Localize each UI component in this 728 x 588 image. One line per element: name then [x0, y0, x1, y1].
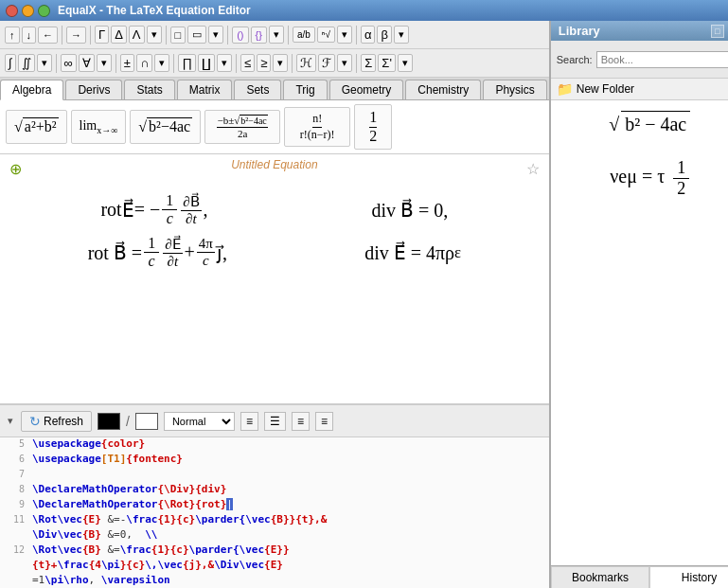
code-line-8: 8 \DeclareMathOperator{\Div}{div}: [0, 483, 549, 498]
library-restore-btn[interactable]: □: [711, 25, 724, 38]
color-swatch-white[interactable]: [135, 413, 158, 430]
toolbar-frac-btn[interactable]: a/b: [293, 27, 315, 43]
toolbar-cap-btn[interactable]: ∩: [136, 54, 152, 72]
toolbar-dd-5[interactable]: ▾: [394, 26, 409, 44]
toolbar-dd-7[interactable]: ▾: [97, 54, 112, 72]
toolbar-inf-btn[interactable]: ∞: [61, 54, 77, 72]
toolbar-up-btn[interactable]: ↑: [5, 27, 20, 44]
tab-algebra[interactable]: Algebra: [0, 80, 63, 100]
toolbar-sumprime-btn[interactable]: Σ': [378, 54, 396, 72]
align-center-btn[interactable]: ☰: [264, 412, 286, 431]
search-input[interactable]: [596, 51, 728, 68]
toolbar-down-btn[interactable]: ↓: [22, 27, 37, 44]
toolbar-left-btn[interactable]: ←: [38, 27, 58, 44]
sep9: [173, 54, 174, 73]
tab-stats[interactable]: Stats: [124, 80, 174, 99]
toolbar-alpha-btn[interactable]: α: [361, 26, 376, 44]
toolbar-forall-btn[interactable]: ∀: [79, 54, 95, 72]
toolbar-rect-btn[interactable]: ▭: [187, 26, 206, 44]
toolbar-delta-btn[interactable]: Δ: [111, 26, 127, 44]
toolbar-right-btn[interactable]: →: [66, 27, 86, 44]
align-justify-btn[interactable]: ≡: [315, 412, 333, 431]
code-text-7: [32, 468, 39, 480]
toolbar-brace-btn[interactable]: {}: [251, 27, 267, 44]
toolbar-dd-3[interactable]: ▾: [269, 26, 284, 44]
symbol-half[interactable]: 1 2: [354, 104, 392, 150]
star-icon[interactable]: ☆: [526, 160, 540, 178]
tab-physics[interactable]: Physics: [483, 80, 546, 99]
tab-matrix[interactable]: Matrix: [177, 80, 233, 99]
lib-tab-history[interactable]: History: [649, 566, 728, 588]
tab-geometry[interactable]: Geometry: [329, 80, 404, 99]
toolbar-dd-9[interactable]: ▾: [217, 54, 232, 72]
toolbar-dd-1[interactable]: ▾: [147, 26, 162, 44]
toolbar-cal-h-btn[interactable]: ℋ: [296, 54, 316, 72]
align-right-btn[interactable]: ≡: [292, 412, 310, 431]
tab-sets[interactable]: Sets: [234, 80, 281, 99]
code-line-9: 9 \DeclareMathOperator{\Rot}{rot}|: [0, 498, 549, 513]
close-button[interactable]: [6, 5, 18, 17]
toolbar-row-2: ∫ ∬ ▾ ∞ ∀ ▾ ± ∩ ▾ ∏ ∐ ▾ ≤ ≥ ▾ ℋ ℱ ▾ Σ Σ': [0, 49, 549, 78]
refresh-button[interactable]: ↻ Refresh: [21, 411, 92, 432]
toolbar-lambda-btn[interactable]: Λ: [129, 26, 145, 44]
code-text-12: \Rot\vec{B} &=\frac{1}{c}\parder{\vec{E}…: [32, 543, 290, 556]
toolbar-pm-btn[interactable]: ±: [120, 54, 134, 72]
toolbar-dd-4[interactable]: ▾: [337, 26, 352, 44]
symbol-sqrt-sum[interactable]: √a²+b²: [6, 110, 67, 144]
toolbar-row-1: ↑ ↓ ← → Γ Δ Λ ▾ □ ▭ ▾ () {} ▾ a/b ⁿ√ ▾ α…: [0, 21, 549, 49]
toolbar-sum-btn[interactable]: Σ: [361, 54, 376, 72]
toolbar-dd-6[interactable]: ▾: [37, 54, 52, 72]
toolbar-geq-btn[interactable]: ≥: [257, 54, 271, 72]
code-line-12b: {t}+\frac{4\pi}{c}\,\vec{j},&\Div\vec{E}: [0, 559, 549, 574]
sep12: [356, 54, 357, 73]
toolbar-gamma-btn[interactable]: Γ: [95, 26, 109, 44]
symbol-quadratic[interactable]: −b±√b²−4ac 2a: [204, 110, 280, 144]
scroll-down-btn[interactable]: ▾: [6, 413, 15, 429]
code-text-8: \DeclareMathOperator{\Div}{div}: [32, 483, 226, 495]
refresh-icon: ↻: [29, 414, 41, 429]
tab-trig[interactable]: Trig: [283, 80, 327, 99]
eq-div-b: div B⃗ = 0,: [371, 199, 448, 222]
code-text-11: \Rot\vec{E} &=-\frac{1}{c}\parder{\vec{B…: [32, 513, 327, 526]
toolbar-dd-10[interactable]: ▾: [273, 54, 288, 72]
symbol-combination[interactable]: n! r!(n−r)!: [284, 107, 350, 147]
add-equation-icon[interactable]: ⊕: [9, 160, 22, 178]
toolbar-dd-2[interactable]: ▾: [208, 26, 223, 44]
symbol-limit[interactable]: limx→∞: [71, 110, 127, 144]
text-style-select[interactable]: Normal Display Inline Text: [164, 412, 235, 431]
toolbar-dd-11[interactable]: ▾: [337, 54, 352, 72]
toolbar-square-btn[interactable]: □: [170, 27, 186, 44]
equation-area: ⊕ Untitled Equation ☆ rot E⃗ = − 1 c ∂B⃗…: [0, 154, 549, 404]
sep10: [236, 54, 237, 73]
symbol-sqrt-disc[interactable]: √b²−4ac: [130, 110, 201, 144]
tab-chemistry[interactable]: Chemistry: [405, 80, 481, 99]
equation-title: Untitled Equation: [0, 154, 549, 175]
toolbar-leq-btn[interactable]: ≤: [240, 54, 255, 72]
minimize-button[interactable]: [22, 5, 34, 17]
toolbar-int-btn[interactable]: ∫: [5, 54, 16, 72]
align-left-btn[interactable]: ≡: [240, 412, 258, 431]
toolbar-dint-btn[interactable]: ∬: [18, 54, 35, 72]
code-line-11: 11 \Rot\vec{E} &=-\frac{1}{c}\parder{\ve…: [0, 513, 549, 528]
maximize-button[interactable]: [38, 5, 50, 17]
toolbar-dd-12[interactable]: ▾: [398, 54, 413, 72]
lib-tab-bookmarks[interactable]: Bookmarks: [551, 566, 650, 588]
code-text-6: \usepackage[T1]{fontenc}: [32, 453, 183, 465]
lib-formula-1[interactable]: √b² − 4ac: [560, 110, 728, 139]
lib-formula-2[interactable]: νeμ = τ 1 2: [560, 154, 728, 203]
eq-row-2: rot B⃗ = 1 c ∂E⃗ ∂t + 4π c: [19, 235, 530, 270]
color-swatch-black[interactable]: [98, 413, 120, 430]
tabs-row: Algebra Derivs Stats Matrix Sets Trig Ge…: [0, 78, 549, 100]
toolbar-beta-btn[interactable]: β: [377, 26, 391, 44]
code-area[interactable]: 5 \usepackage{color} 6 \usepackage[T1]{f…: [0, 437, 549, 588]
new-folder-row[interactable]: 📁 New Folder: [551, 79, 728, 100]
tab-derivs[interactable]: Derivs: [65, 80, 122, 99]
toolbar-dd-8[interactable]: ▾: [154, 54, 169, 72]
search-row: Search: By ▾: [551, 41, 728, 79]
sep11: [292, 54, 293, 73]
toolbar-nthroot-btn[interactable]: ⁿ√: [317, 27, 335, 43]
toolbar-cal-f-btn[interactable]: ℱ: [318, 54, 335, 72]
toolbar-paren-btn[interactable]: (): [232, 27, 248, 44]
toolbar-prod-btn[interactable]: ∏: [178, 54, 196, 72]
toolbar-coprod-btn[interactable]: ∐: [198, 54, 215, 72]
